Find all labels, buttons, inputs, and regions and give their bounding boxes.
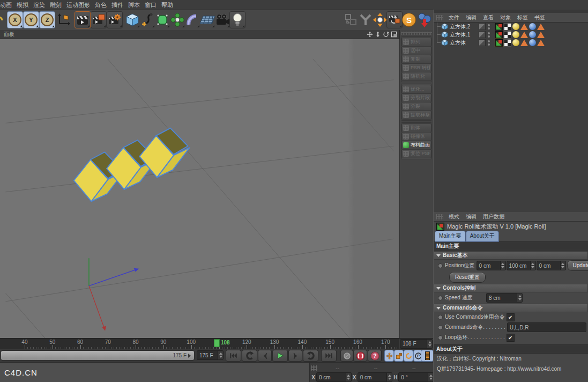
palette-grip[interactable] xyxy=(401,32,432,35)
phong-tag-icon[interactable] xyxy=(504,31,511,39)
magic-roll-tag-icon[interactable] xyxy=(495,39,503,47)
sketch-and-toon-icon[interactable]: S xyxy=(401,12,416,28)
group-basic[interactable]: Basic基本 xyxy=(434,252,587,259)
preview-range-slider[interactable]: 175 F xyxy=(1,351,194,360)
panel-grip[interactable] xyxy=(311,365,317,371)
spinner-icon[interactable] xyxy=(560,261,565,270)
palette-button[interactable]: 复位 PSR xyxy=(402,150,431,158)
spinner-icon[interactable] xyxy=(218,351,223,359)
coord-input[interactable]: 0 cm xyxy=(358,373,392,381)
play-button[interactable] xyxy=(273,350,287,361)
material-tag-yellow-icon[interactable] xyxy=(512,31,519,38)
expression-tag-icon[interactable] xyxy=(537,40,545,46)
axis-z-lock-button[interactable]: Z xyxy=(40,12,55,28)
menu-item[interactable]: 模拟 xyxy=(17,1,28,9)
palette-button[interactable]: 居中 xyxy=(402,47,431,55)
am-menu-item[interactable]: 用户数据 xyxy=(483,213,504,221)
expression-tag-icon[interactable] xyxy=(520,24,528,30)
coord-input[interactable]: 0 ° xyxy=(399,373,433,381)
go-to-end-button[interactable] xyxy=(322,350,336,361)
expression-tag-icon[interactable] xyxy=(537,32,545,38)
next-frame-button[interactable] xyxy=(289,350,302,361)
viewport-header[interactable]: 面板 xyxy=(0,30,399,39)
palette-button[interactable]: 分裂片段 xyxy=(402,94,431,102)
palette-button[interactable]: 优化... xyxy=(402,85,431,93)
palette-button[interactable]: 碰撞体 xyxy=(402,133,431,141)
menu-item[interactable]: 帮助 xyxy=(161,1,173,9)
tree-branch[interactable] xyxy=(434,39,441,47)
layer-toggle-icon[interactable] xyxy=(479,39,486,46)
anim-dot-icon[interactable] xyxy=(438,325,443,330)
viewport-canvas[interactable] xyxy=(0,39,399,338)
visibility-dots[interactable] xyxy=(487,40,491,46)
magic-roll-tag-icon[interactable] xyxy=(495,23,503,31)
menu-item[interactable]: 角色 xyxy=(95,1,107,9)
previous-frame-button[interactable] xyxy=(258,350,271,361)
tab-main[interactable]: Main主要 xyxy=(435,231,465,241)
spinner-icon[interactable] xyxy=(517,293,522,302)
menu-item[interactable]: 运动图形 xyxy=(66,1,90,9)
update-button[interactable]: Update更新 xyxy=(568,261,588,270)
mograph-clone-icon[interactable] xyxy=(170,12,185,28)
workplane-icon[interactable] xyxy=(358,12,373,28)
menu-item[interactable]: 窗口 xyxy=(145,1,157,9)
snap-settings-icon[interactable] xyxy=(344,12,359,28)
coord-input[interactable]: 0 cm xyxy=(317,373,351,381)
anim-dot-icon[interactable] xyxy=(438,296,443,300)
palette-button[interactable]: 提取样条 xyxy=(402,111,431,119)
subdivision-surface-icon[interactable] xyxy=(155,12,170,28)
panel-grip[interactable] xyxy=(436,15,443,20)
speed-input[interactable]: 8 cm xyxy=(487,293,522,302)
bend-deformer-icon[interactable] xyxy=(185,12,200,28)
key-scale-toggle[interactable] xyxy=(395,350,403,361)
visibility-dots[interactable] xyxy=(487,24,491,30)
undo-icon[interactable] xyxy=(0,12,4,28)
timeline-ruler[interactable]: 405060708090100120130140150160170 108 xyxy=(0,338,399,349)
pan-view-icon[interactable] xyxy=(366,31,373,38)
spinner-icon[interactable] xyxy=(428,373,433,381)
rotate-view-icon[interactable] xyxy=(382,31,389,38)
plugin-download-icon[interactable] xyxy=(416,12,433,28)
material-tag-blue-icon[interactable] xyxy=(529,31,536,38)
current-frame-input[interactable]: 108 F xyxy=(400,340,432,348)
reset-button[interactable]: Reset重置 xyxy=(450,273,485,282)
tree-branch[interactable] xyxy=(434,23,441,31)
palette-button[interactable]: 分裂 xyxy=(402,102,431,111)
anim-dot-icon[interactable] xyxy=(438,263,443,268)
object-name[interactable]: 立方体 xyxy=(450,39,478,47)
menu-item[interactable]: 雕刻 xyxy=(50,1,62,9)
key-rotation-toggle[interactable] xyxy=(404,350,413,361)
visibility-dots[interactable] xyxy=(487,32,491,38)
position-input[interactable]: 0 cm xyxy=(477,261,505,270)
tree-branch[interactable] xyxy=(434,31,441,39)
object-name[interactable]: 立方体.1 xyxy=(450,31,478,39)
axis-y-lock-button[interactable]: Y xyxy=(24,12,39,28)
palette-button[interactable]: 排列 xyxy=(402,38,431,46)
current-frame-marker[interactable] xyxy=(214,339,220,347)
record-keyframe-button[interactable] xyxy=(354,350,367,361)
layer-toggle-icon[interactable] xyxy=(479,31,486,38)
menu-item[interactable]: 渲染 xyxy=(33,1,45,9)
am-menu-item[interactable]: 模式 xyxy=(449,213,459,221)
magic-plugin-icon[interactable] xyxy=(373,12,388,28)
palette-button[interactable]: 布料曲面 xyxy=(402,141,431,149)
anim-dot-icon[interactable] xyxy=(438,335,443,340)
spinner-icon[interactable] xyxy=(386,373,392,381)
om-menu-item[interactable]: 文件 xyxy=(449,14,459,21)
phong-tag-icon[interactable] xyxy=(504,23,511,31)
palette-button[interactable]: 随机化 xyxy=(402,72,431,80)
spinner-icon[interactable] xyxy=(500,261,505,270)
palette-button[interactable]: 复制 xyxy=(402,55,431,63)
object-row[interactable]: 立方体.1 xyxy=(434,31,588,39)
light-object-icon[interactable] xyxy=(230,12,245,28)
camera-object-icon[interactable] xyxy=(215,12,230,28)
am-menu-item[interactable]: 编辑 xyxy=(466,213,477,221)
menu-item[interactable]: 动画 xyxy=(0,1,12,9)
object-row[interactable]: 立方体.2 xyxy=(434,23,588,31)
menu-item[interactable]: 脚本 xyxy=(128,1,140,9)
next-key-button[interactable] xyxy=(303,350,318,361)
floor-object-icon[interactable] xyxy=(200,12,215,28)
expression-tag-icon[interactable] xyxy=(520,32,528,38)
om-menu-item[interactable]: 编辑 xyxy=(466,14,477,21)
anim-dot-icon[interactable] xyxy=(438,315,443,320)
